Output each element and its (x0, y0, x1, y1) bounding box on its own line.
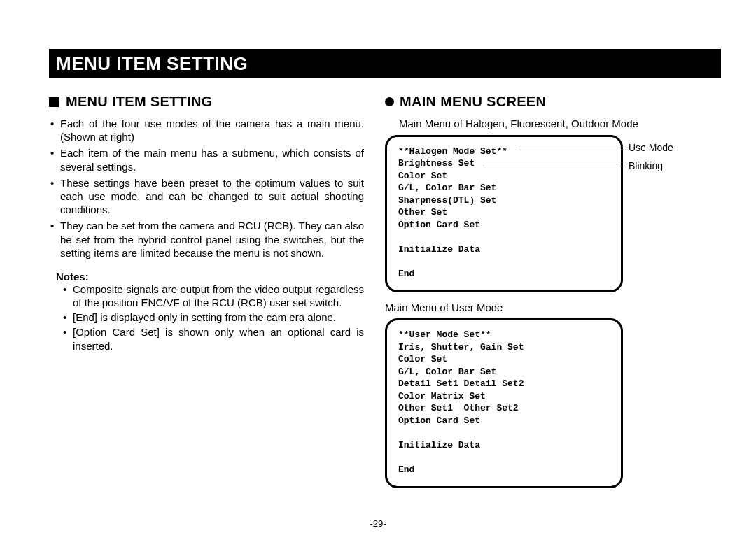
round-bullet-icon (385, 97, 394, 106)
left-heading: MENU ITEM SETTING (49, 94, 364, 110)
left-column: MENU ITEM SETTING Each of the four use m… (49, 94, 364, 497)
callout-text-2: Blinking (627, 159, 663, 172)
notes-label: Notes: (56, 271, 364, 283)
screen-1-wrap: **Halogen Mode Set** Brightness Set Colo… (385, 135, 679, 292)
left-bullet-list: Each of the four use modes of the camera… (49, 117, 364, 260)
title-bar-text: MENU ITEM SETTING (56, 53, 248, 75)
list-item: Composite signals are output from the vi… (73, 283, 364, 309)
list-item: They can be set from the camera and RCU … (60, 219, 364, 260)
right-heading: MAIN MENU SCREEN (385, 94, 693, 110)
manual-page: MENU ITEM SETTING MENU ITEM SETTING Each… (0, 0, 756, 540)
list-item: Each item of the main menu has a submenu… (60, 146, 364, 173)
square-bullet-icon (49, 97, 59, 107)
list-item: Each of the four use modes of the camera… (60, 117, 364, 143)
right-heading-text: MAIN MENU SCREEN (400, 94, 546, 110)
list-item: These settings have been preset to the o… (60, 176, 364, 217)
caption-2: Main Menu of User Mode (385, 301, 693, 315)
caption-1: Main Menu of Halogen, Fluorescent, Outdo… (399, 117, 693, 131)
right-column: MAIN MENU SCREEN Main Menu of Halogen, F… (385, 94, 693, 497)
screen-1: **Halogen Mode Set** Brightness Set Colo… (385, 135, 623, 292)
list-item: [End] is displayed only in setting from … (73, 311, 364, 324)
notes-list: Composite signals are output from the vi… (49, 283, 364, 353)
columns: MENU ITEM SETTING Each of the four use m… (49, 94, 721, 497)
screen-2: **User Mode Set** Iris, Shutter, Gain Se… (385, 318, 623, 488)
list-item: [Option Card Set] is shown only when an … (73, 325, 364, 352)
callout-text-1: Use Mode (627, 141, 673, 154)
title-bar: MENU ITEM SETTING (49, 49, 721, 78)
left-heading-text: MENU ITEM SETTING (66, 94, 213, 110)
page-number: -29- (0, 518, 756, 529)
